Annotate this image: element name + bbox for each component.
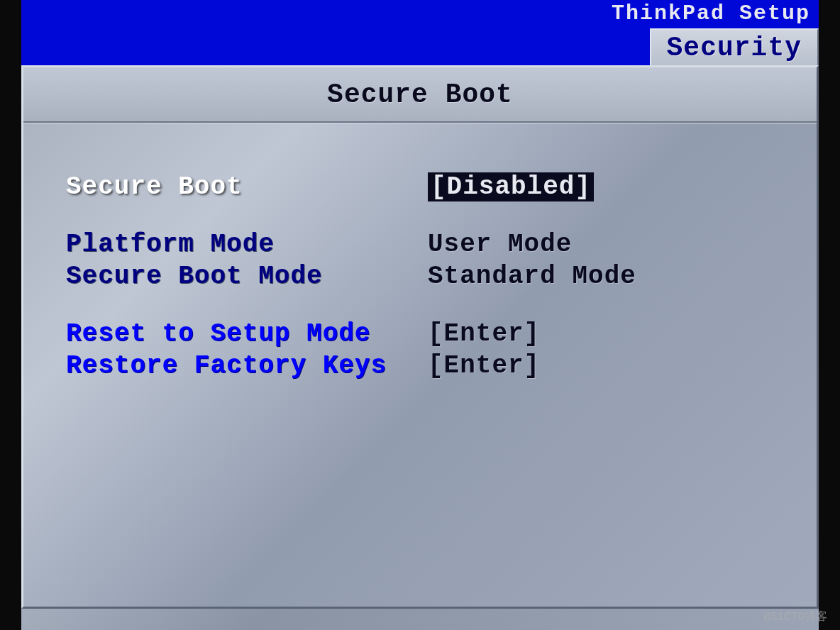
setting-value: Standard Mode [428, 262, 636, 291]
tab-security[interactable]: Security [650, 28, 819, 65]
setting-label: Platform Mode [66, 230, 428, 259]
section-header: Secure Boot [23, 67, 817, 123]
value-selected: [Disabled] [428, 172, 594, 201]
setting-value: [Disabled] [428, 172, 594, 201]
section-title: Secure Boot [327, 79, 513, 110]
main-panel: Secure Boot Secure Boot [Disabled] Platf… [21, 65, 819, 609]
spacer [66, 204, 774, 230]
action-restore-factory-keys[interactable]: Restore Factory Keys [Enter] [66, 351, 774, 380]
setting-label: Secure Boot Mode [66, 262, 428, 291]
setting-secure-boot-mode: Secure Boot Mode Standard Mode [66, 262, 774, 291]
action-label: Reset to Setup Mode [66, 319, 428, 348]
setting-secure-boot[interactable]: Secure Boot [Disabled] [66, 172, 774, 201]
action-reset-setup-mode[interactable]: Reset to Setup Mode [Enter] [66, 319, 774, 348]
action-label: Restore Factory Keys [66, 351, 428, 380]
watermark: @51CTO博客 [763, 609, 827, 624]
tab-label: Security [667, 33, 802, 63]
settings-list: Secure Boot [Disabled] Platform Mode Use… [23, 123, 817, 433]
action-value: [Enter] [428, 351, 540, 380]
tab-bar: Security [21, 28, 819, 65]
spacer [66, 294, 774, 319]
window-title-bar: ThinkPad Setup [21, 0, 819, 28]
action-value: [Enter] [428, 319, 540, 348]
setting-platform-mode: Platform Mode User Mode [66, 230, 774, 259]
setting-value: User Mode [428, 230, 572, 259]
setting-label: Secure Boot [66, 172, 428, 201]
window-title: ThinkPad Setup [612, 1, 810, 26]
